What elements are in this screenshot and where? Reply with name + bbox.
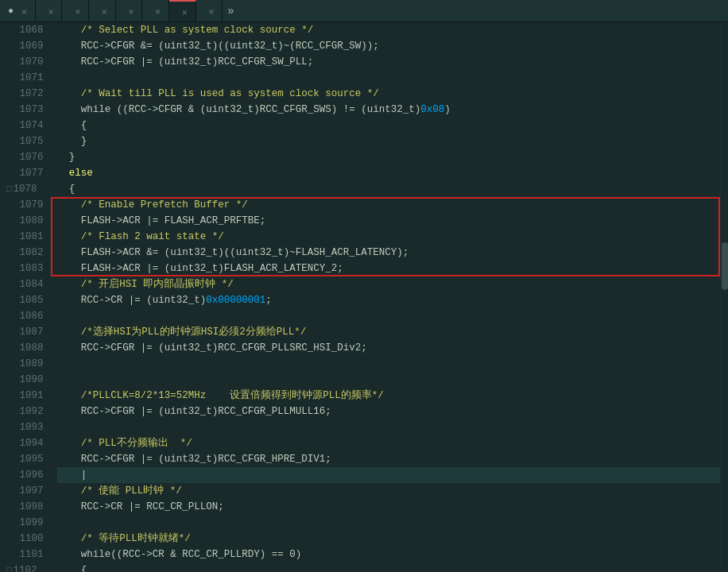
code-line-1080: FLASH->ACR |= FLASH_ACR_PRFTBE;: [57, 213, 720, 229]
line-number-1074: 1074: [6, 118, 44, 133]
tab-readme[interactable]: ✕: [89, 0, 116, 22]
line-number-1084: 1084: [6, 276, 44, 292]
code-line-1089: [57, 356, 720, 372]
line-number-1090: 1090: [6, 372, 44, 388]
code-line-1070: RCC->CFGR |= (uint32_t)RCC_CFGR_SW_PLL;: [57, 54, 720, 70]
line-number-1094: 1094: [6, 435, 44, 451]
line-number-1088: 1088: [6, 340, 44, 356]
tab-main[interactable]: ✕: [116, 0, 143, 22]
code-line-1078: {: [57, 181, 720, 197]
code-line-1086: [57, 308, 720, 324]
line-number-1077: 1077: [6, 165, 44, 181]
code-line-1088: RCC->CFGR |= (uint32_t)RCC_CFGR_PLLSRC_H…: [57, 340, 720, 356]
code-line-1083: FLASH->ACR |= (uint32_t)FLASH_ACR_LATENC…: [57, 261, 720, 276]
line-number-1068: 1068: [6, 22, 44, 38]
code-line-1098: RCC->CR |= RCC_CR_PLLON;: [57, 499, 720, 515]
code-line-1095: RCC->CFGR |= (uint32_t)RCC_CFGR_HPRE_DIV…: [57, 451, 720, 467]
tab-startup[interactable]: ● ✕: [0, 0, 36, 22]
close-system[interactable]: ✕: [182, 7, 188, 17]
code-area: 1068106910701071107210731074107510761077…: [0, 22, 728, 572]
vertical-scrollbar[interactable]: [720, 22, 728, 572]
code-line-1092: RCC->CFGR |= (uint32_t)RCC_CFGR_PLLMULL1…: [57, 404, 720, 419]
code-line-1090: [57, 372, 720, 388]
tab-stm32h[interactable]: ✕: [196, 0, 223, 22]
line-number-1085: 1085: [6, 292, 44, 308]
line-numbers: 1068106910701071107210731074107510761077…: [0, 22, 51, 572]
code-line-1081: /* Flash 2 wait state */: [57, 229, 720, 245]
line-number-1081: 1081: [6, 229, 44, 245]
line-number-1083: 1083: [6, 261, 44, 276]
tab-bar: ● ✕ ✕ ✕ ✕ ✕ ✕ ✕ ✕: [0, 0, 728, 22]
code-line-1094: /* PLL不分频输出 */: [57, 435, 720, 451]
close-timer[interactable]: ✕: [75, 6, 80, 17]
line-number-1071: 1071: [6, 70, 44, 86]
tab-timer[interactable]: ✕: [62, 0, 89, 22]
code-line-1099: [57, 515, 720, 531]
line-number-1089: 1089: [6, 356, 44, 372]
line-number-1076: 1076: [6, 149, 44, 165]
line-number-1072: 1072: [6, 86, 44, 102]
line-number-1069: 1069: [6, 38, 44, 54]
code-line-1101: while((RCC->CR & RCC_CR_PLLRDY) == 0): [57, 547, 720, 562]
code-line-1087: /*选择HSI为PLL的时钟源HSI必须2分频给PLL*/: [57, 324, 720, 340]
code-line-1072: /* Wait till PLL is used as system clock…: [57, 86, 720, 102]
line-number-1079: 1079: [6, 197, 44, 213]
line-number-1101: 1101: [6, 547, 44, 562]
line-number-1078: □1078: [6, 181, 44, 197]
code-line-1100: /* 等待PLL时钟就绪*/: [57, 531, 720, 547]
code-line-1084: /* 开启HSI 即内部晶振时钟 */: [57, 276, 720, 292]
editor-container: ● ✕ ✕ ✕ ✕ ✕ ✕ ✕ ✕: [0, 0, 728, 572]
code-line-1096: |: [57, 467, 720, 483]
tab-icon-startup: ●: [8, 6, 14, 17]
code-line-1079: /* Enable Prefetch Buffer */: [57, 197, 720, 213]
line-number-1091: 1091: [6, 388, 44, 404]
close-main[interactable]: ✕: [129, 6, 134, 17]
code-line-1093: [57, 419, 720, 435]
code-line-1085: RCC->CR |= (uint32_t)0x00000001;: [57, 292, 720, 308]
code-line-1073: while ((RCC->CFGR & (uint32_t)RCC_CFGR_S…: [57, 102, 720, 118]
tab-system[interactable]: ✕: [169, 0, 196, 22]
tab-overflow-button[interactable]: »: [223, 0, 238, 21]
line-number-1080: 1080: [6, 213, 44, 229]
code-line-1075: }: [57, 133, 720, 149]
line-number-1096: 1096: [6, 467, 44, 483]
line-number-1075: 1075: [6, 133, 44, 149]
line-number-1073: 1073: [6, 102, 44, 118]
code-line-1076: }: [57, 149, 720, 165]
line-number-1082: 1082: [6, 245, 44, 261]
tab-rcc[interactable]: ✕: [36, 0, 63, 22]
code-line-1069: RCC->CFGR &= (uint32_t)((uint32_t)~(RCC_…: [57, 38, 720, 54]
code-line-1068: /* Select PLL as system clock source */: [57, 22, 720, 38]
close-stm32h[interactable]: ✕: [209, 6, 215, 17]
close-led[interactable]: ✕: [155, 6, 161, 17]
code-line-1082: FLASH->ACR &= (uint32_t)((uint32_t)~FLAS…: [57, 245, 720, 261]
close-startup[interactable]: ✕: [21, 6, 27, 17]
line-number-1086: 1086: [6, 308, 44, 324]
code-line-1091: /*PLLCLK=8/2*13=52MHz 设置倍频得到时钟源PLL的频率*/: [57, 388, 720, 404]
line-number-1087: 1087: [6, 324, 44, 340]
close-rcc[interactable]: ✕: [48, 6, 54, 17]
line-number-1093: 1093: [6, 419, 44, 435]
line-number-1095: 1095: [6, 451, 44, 467]
line-number-1070: 1070: [6, 54, 44, 70]
line-number-1092: 1092: [6, 404, 44, 419]
line-number-1098: 1098: [6, 499, 44, 515]
line-number-1100: 1100: [6, 531, 44, 547]
code-content[interactable]: /* Select PLL as system clock source */ …: [51, 22, 720, 572]
code-line-1102: {: [57, 562, 720, 572]
scrollbar-thumb[interactable]: [722, 242, 728, 290]
code-line-1071: [57, 70, 720, 86]
code-line-1097: /* 使能 PLL时钟 */: [57, 483, 720, 499]
line-number-1102: □1102: [6, 562, 44, 572]
line-number-1097: 1097: [6, 483, 44, 499]
code-line-1077: else: [57, 165, 720, 181]
tab-led[interactable]: ✕: [142, 0, 169, 22]
code-line-1074: {: [57, 118, 720, 133]
line-number-1099: 1099: [6, 515, 44, 531]
close-readme[interactable]: ✕: [102, 6, 107, 17]
